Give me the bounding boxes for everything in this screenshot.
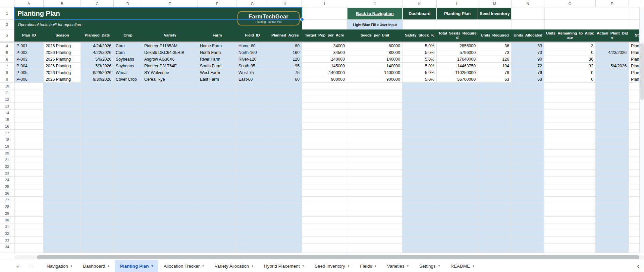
cell[interactable] bbox=[236, 130, 268, 136]
cell[interactable] bbox=[14, 156, 44, 163]
cell[interactable] bbox=[512, 143, 544, 150]
cell[interactable] bbox=[302, 244, 347, 250]
cell[interactable] bbox=[437, 110, 478, 116]
cell[interactable] bbox=[347, 89, 402, 96]
cell[interactable] bbox=[198, 96, 236, 103]
cell[interactable] bbox=[302, 89, 347, 96]
cell[interactable]: 14463750 bbox=[437, 63, 478, 69]
sheet-tab-varieties[interactable]: Varieties▾ bbox=[382, 260, 414, 272]
cell[interactable] bbox=[596, 96, 629, 103]
column-letter[interactable]: N bbox=[512, 0, 544, 7]
cell[interactable]: 34500 bbox=[302, 49, 347, 56]
cell[interactable] bbox=[512, 170, 544, 177]
cell[interactable] bbox=[268, 163, 302, 170]
cell[interactable] bbox=[114, 130, 142, 136]
cell[interactable]: 900000 bbox=[302, 76, 347, 83]
cell[interactable]: Pioneer P31T64E bbox=[142, 63, 198, 69]
cell[interactable] bbox=[236, 163, 268, 170]
vertical-scrollbar[interactable] bbox=[639, 7, 644, 253]
cell[interactable] bbox=[14, 89, 44, 96]
cell[interactable] bbox=[347, 197, 402, 203]
cell[interactable] bbox=[544, 223, 596, 230]
cell[interactable]: 140000 bbox=[347, 56, 402, 63]
cell[interactable]: Planted bbox=[629, 49, 639, 56]
cell[interactable] bbox=[236, 110, 268, 116]
row-number[interactable]: 3 bbox=[0, 29, 14, 43]
row-number[interactable]: 15 bbox=[0, 116, 14, 123]
cell[interactable] bbox=[437, 163, 478, 170]
cell[interactable] bbox=[437, 244, 478, 250]
row-number[interactable]: 30 bbox=[0, 217, 14, 223]
cell[interactable]: 32 bbox=[544, 63, 596, 69]
cell[interactable] bbox=[114, 143, 142, 150]
sheet-tab-variety-allocation[interactable]: Variety Allocation▾ bbox=[209, 260, 259, 272]
cell[interactable] bbox=[596, 116, 629, 123]
column-letter[interactable]: H bbox=[268, 0, 302, 7]
cell[interactable] bbox=[402, 223, 437, 230]
cell[interactable] bbox=[302, 190, 347, 197]
cell[interactable] bbox=[512, 150, 544, 156]
cell[interactable] bbox=[596, 190, 629, 197]
cell[interactable] bbox=[14, 130, 44, 136]
cell[interactable] bbox=[44, 163, 81, 170]
cell[interactable] bbox=[268, 237, 302, 244]
cell[interactable] bbox=[236, 150, 268, 156]
cell[interactable] bbox=[437, 217, 478, 223]
cell[interactable] bbox=[236, 230, 268, 237]
cell[interactable] bbox=[81, 143, 114, 150]
cell[interactable]: 0 bbox=[544, 69, 596, 76]
cell[interactable] bbox=[478, 230, 512, 237]
cell[interactable] bbox=[629, 123, 639, 130]
cell[interactable] bbox=[198, 210, 236, 217]
cell[interactable] bbox=[512, 190, 544, 197]
cell[interactable]: South Farm bbox=[198, 63, 236, 69]
cell[interactable] bbox=[236, 83, 268, 89]
row-number[interactable]: 26 bbox=[0, 190, 14, 197]
cell[interactable] bbox=[402, 197, 437, 203]
cell[interactable]: Home Farm bbox=[198, 43, 236, 49]
cell[interactable] bbox=[14, 217, 44, 223]
row-number[interactable]: 29 bbox=[0, 210, 14, 217]
cell[interactable]: 160 bbox=[268, 49, 302, 56]
cell[interactable] bbox=[402, 96, 437, 103]
cell[interactable] bbox=[268, 116, 302, 123]
cell[interactable] bbox=[114, 177, 142, 183]
cell[interactable] bbox=[14, 237, 44, 244]
cell[interactable] bbox=[302, 150, 347, 156]
cell[interactable] bbox=[142, 150, 198, 156]
cell[interactable] bbox=[629, 230, 639, 237]
column-letter[interactable]: E bbox=[142, 0, 198, 7]
cell[interactable]: 2026 Planting bbox=[44, 63, 81, 69]
column-letter[interactable]: I bbox=[302, 0, 347, 7]
cell[interactable]: 63 bbox=[512, 76, 544, 83]
cell[interactable] bbox=[437, 210, 478, 217]
cell[interactable] bbox=[402, 150, 437, 156]
cell[interactable] bbox=[596, 177, 629, 183]
cell[interactable]: 80000 bbox=[347, 43, 402, 49]
cell[interactable] bbox=[544, 150, 596, 156]
cell[interactable]: 140000 bbox=[347, 63, 402, 69]
cell[interactable] bbox=[198, 237, 236, 244]
column-header-cell[interactable]: Plan_ID bbox=[14, 29, 44, 42]
cell[interactable] bbox=[478, 210, 512, 217]
cell[interactable] bbox=[114, 103, 142, 110]
cell[interactable]: 2026 Planting bbox=[44, 56, 81, 63]
row-number[interactable]: 13 bbox=[0, 103, 14, 110]
cell[interactable] bbox=[44, 103, 81, 110]
cell[interactable] bbox=[268, 96, 302, 103]
cell[interactable] bbox=[114, 237, 142, 244]
cell[interactable] bbox=[236, 190, 268, 197]
sheet-tab-settings[interactable]: Settings▾ bbox=[414, 260, 445, 272]
cell[interactable] bbox=[44, 183, 81, 190]
cell[interactable]: 9/30/2026 bbox=[81, 76, 114, 83]
cell[interactable] bbox=[437, 237, 478, 244]
cell[interactable] bbox=[596, 69, 629, 76]
row-number[interactable]: 12 bbox=[0, 96, 14, 103]
cell[interactable] bbox=[198, 183, 236, 190]
cell[interactable] bbox=[198, 83, 236, 89]
selection-handle[interactable] bbox=[300, 17, 304, 21]
cell[interactable] bbox=[81, 250, 114, 253]
cell[interactable] bbox=[302, 103, 347, 110]
cell[interactable] bbox=[478, 89, 512, 96]
cell[interactable] bbox=[347, 250, 402, 253]
